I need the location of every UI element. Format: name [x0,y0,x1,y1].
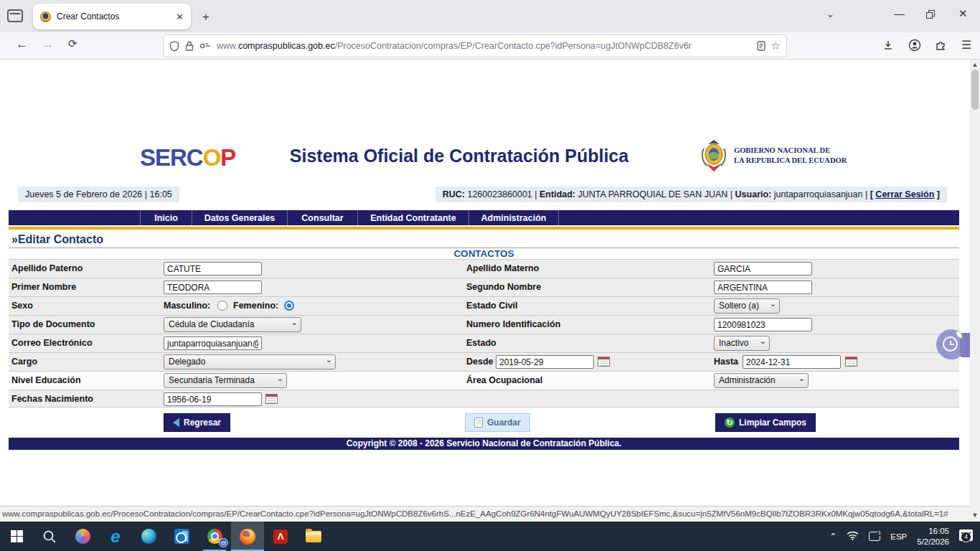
taskbar-chrome-icon[interactable]: @ [198,522,231,551]
back-button[interactable]: ← [16,37,28,52]
field-label: Tipo de Documento [11,319,95,329]
browser-titlebar: Crear Contactos ✕ + ⌄ — ✕ [0,0,980,32]
window-minimize-button[interactable]: — [894,7,905,19]
shield-icon[interactable] [169,41,179,52]
taskbar-copilot-icon[interactable] [66,522,99,551]
hasta-label: Hasta [714,357,738,367]
nav-item-datos-generales[interactable]: Datos Generales [192,210,287,225]
menu-hamburger-icon[interactable]: ☰ [961,38,971,52]
ruc-value: 1260023860001 [467,189,532,199]
field-label: Área Ocupacional [466,375,542,385]
ecuador-crest-icon [699,138,728,173]
display-icon[interactable] [869,532,880,541]
notification-center-icon[interactable]: 4 [959,529,973,544]
tab-close-icon[interactable]: ✕ [176,11,184,22]
tipo-documento-select[interactable]: Cédula de Ciudadanía [164,317,301,332]
form-title: CONTACTOS [9,248,959,259]
account-icon[interactable] [908,39,921,55]
limpiar-campos-button[interactable]: ↻ Limpiar Campos [715,413,816,432]
gov-text-line2: LA REPUBLICA DEL ECUADOR [734,156,847,166]
tray-chevron-icon[interactable]: ⌃ [829,532,837,542]
nav-item-administracion[interactable]: Administración [468,210,559,225]
page-content: SERCOP Sistema Oficial de Contratación P… [0,60,970,506]
window-restore-button[interactable] [926,10,934,18]
area-ocupacional-select[interactable]: Administración [714,373,809,388]
downloads-icon[interactable] [882,39,894,54]
permissions-icon[interactable] [199,42,211,50]
lock-icon[interactable] [185,41,194,51]
taskbar-edge-icon[interactable] [132,522,165,551]
screen: Crear Contactos ✕ + ⌄ — ✕ ← → ⟳ www.comp… [0,0,980,551]
window-close-button[interactable]: ✕ [958,7,968,20]
reload-button[interactable]: ⟳ [68,37,77,50]
firefox-view-icon[interactable] [7,9,23,22]
back-arrow-icon [173,418,179,427]
gov-text-line1: GOBIERNO NACIONAL DE [734,146,847,156]
entity-value: JUNTA PARROQUIAL DE SAN JUAN [578,189,728,199]
user-label: Usuario: [735,189,772,199]
scroll-thumb[interactable] [971,70,979,110]
segundo-nombre-input[interactable] [714,281,812,294]
field-label: Estado Civil [466,301,518,311]
apellido-materno-input[interactable] [714,262,812,276]
correo-input[interactable] [164,336,262,350]
language-indicator[interactable]: ESP [890,532,907,541]
wifi-icon[interactable] [847,530,859,543]
field-label: Primer Nombre [11,282,76,292]
nav-item-consultar[interactable]: Consultar [287,210,357,225]
numero-identificacion-input[interactable] [714,318,812,331]
regresar-button[interactable]: Regresar [164,413,230,432]
reader-mode-icon[interactable] [757,41,765,51]
session-timer-icon[interactable] [936,329,966,359]
bookmark-star-icon[interactable]: ☆ [771,39,781,52]
femenino-radio[interactable] [284,301,294,311]
form-row: Nivel Educación Secundaria Terminada Áre… [9,371,959,390]
desde-input[interactable] [496,355,594,369]
browser-tab[interactable]: Crear Contactos ✕ [33,4,191,29]
form-row: Primer Nombre Segundo Nombre [9,278,959,296]
government-logo: GOBIERNO NACIONAL DE LA REPUBLICA DEL EC… [699,137,864,174]
field-label: Numero Identificación [466,319,560,329]
apellido-paterno-input[interactable] [164,262,262,276]
start-button[interactable] [0,522,33,551]
guardar-button[interactable]: Guardar [465,413,530,432]
taskbar-ie-icon[interactable]: e [99,522,132,551]
save-icon [474,418,483,428]
scroll-down-icon[interactable]: ▼ [970,512,980,519]
taskbar-clock[interactable]: 16:05 5/2/2026 [917,526,949,547]
form-row: Tipo de Documento Cédula de Ciudadanía N… [9,315,959,334]
scrollbar[interactable]: ▲ ▼ [970,60,980,522]
cargo-select[interactable]: Delegado [164,354,336,369]
desde-calendar-icon[interactable] [598,357,610,367]
taskbar-firefox-icon[interactable] [231,522,264,551]
fecha-nacimiento-input[interactable] [164,392,262,406]
logout-link[interactable]: Cerrar Sesión [875,189,934,199]
nivel-educacion-select[interactable]: Secundaria Terminada [164,373,287,388]
field-label: Correo Electrónico [11,338,93,348]
scroll-up-icon[interactable]: ▲ [970,61,980,68]
extensions-icon[interactable] [935,39,946,54]
hasta-input[interactable] [743,355,841,369]
taskbar: e @ Λ ⌃ ESP 16:05 5/2/2026 4 [0,522,980,551]
forward-button[interactable]: → [42,37,54,52]
tab-list-chevron-icon[interactable]: ⌄ [826,9,834,19]
taskbar-search-icon[interactable] [33,522,66,551]
taskbar-acrobat-icon[interactable]: Λ [264,522,297,551]
masculino-label: Masculino: [164,301,210,311]
copyright-bar: Copyright © 2008 - 2026 Servicio Naciona… [9,438,959,450]
main-nav: Inicio Datos Generales Consultar Entidad… [9,210,959,225]
fecha-nacimiento-calendar-icon[interactable] [265,394,278,404]
taskbar-explorer-icon[interactable] [297,522,330,551]
estado-select[interactable]: Inactivo [714,336,770,351]
taskbar-outlook-icon[interactable] [165,522,198,551]
primer-nombre-input[interactable] [164,281,262,294]
masculino-radio[interactable] [217,301,227,311]
entity-label: Entidad: [540,189,575,199]
estado-civil-select[interactable]: Soltero (a) [714,298,780,314]
new-tab-button[interactable]: + [202,10,209,24]
field-label: Segundo Nombre [466,282,541,292]
url-bar[interactable]: www.compraspublicas.gob.ec/ProcesoContra… [164,35,786,57]
nav-item-inicio[interactable]: Inicio [140,210,192,225]
nav-item-entidad-contratante[interactable]: Entidad Contratante [357,210,468,225]
hasta-calendar-icon[interactable] [845,357,857,367]
